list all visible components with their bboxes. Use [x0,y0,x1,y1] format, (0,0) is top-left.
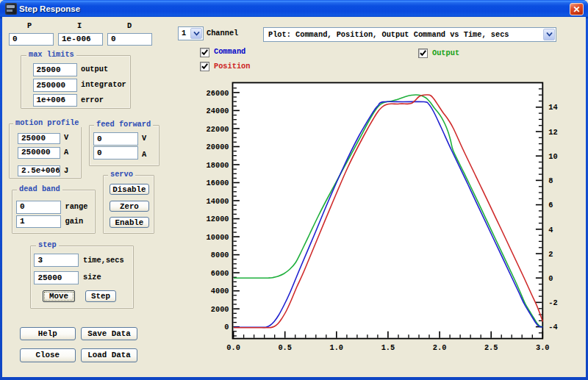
svg-text:10000: 10000 [207,233,229,242]
svg-text:18000: 18000 [207,161,229,170]
svg-text:1.5: 1.5 [381,343,395,352]
svg-text:0: 0 [548,274,553,283]
svg-text:2.5: 2.5 [484,343,498,352]
svg-text:26000: 26000 [207,89,229,98]
svg-text:8000: 8000 [211,251,229,259]
svg-text:0: 0 [224,323,229,331]
svg-text:-4: -4 [548,323,557,331]
svg-text:3.0: 3.0 [536,343,550,352]
svg-text:2000: 2000 [211,305,229,314]
svg-text:16000: 16000 [207,179,229,187]
svg-text:6000: 6000 [211,269,229,278]
svg-text:20000: 20000 [207,143,229,151]
svg-text:6: 6 [548,201,553,209]
svg-text:2: 2 [548,250,553,259]
svg-text:12000: 12000 [207,215,229,223]
svg-text:2.0: 2.0 [433,343,447,352]
svg-text:14: 14 [548,103,557,112]
svg-text:0.0: 0.0 [226,343,240,352]
svg-text:12: 12 [548,128,557,137]
svg-text:-2: -2 [548,298,557,307]
svg-text:22000: 22000 [207,125,229,134]
svg-text:4: 4 [548,226,553,234]
svg-text:8: 8 [548,176,553,185]
svg-text:4000: 4000 [211,287,229,295]
svg-text:0.5: 0.5 [278,343,292,352]
svg-text:24000: 24000 [207,107,229,115]
svg-text:1.0: 1.0 [330,343,344,352]
svg-text:14000: 14000 [207,197,229,206]
svg-text:10: 10 [548,152,557,161]
